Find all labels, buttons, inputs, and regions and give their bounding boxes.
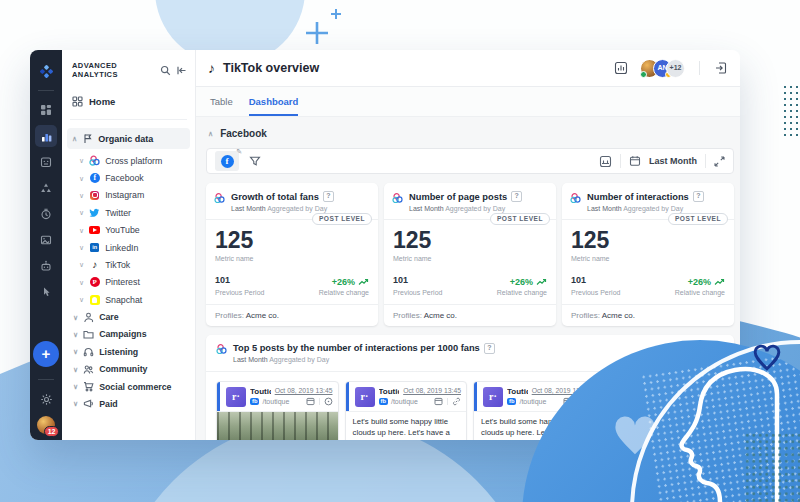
shopping-cart-icon: [83, 381, 94, 392]
previous-value: 101: [571, 275, 586, 285]
search-icon[interactable]: [160, 65, 171, 76]
sidebar-item-community[interactable]: ∨ Community: [62, 361, 195, 378]
metric-card-growth-of-total-fans[interactable]: Growth of total fans? Last Month Aggrega…: [206, 183, 378, 326]
sidebar-item-snapchat[interactable]: ∨ Snapchat: [62, 291, 195, 308]
metric-card-number-of-page-posts[interactable]: Number of page posts? Last Month Aggrega…: [384, 183, 556, 326]
section-facebook-header[interactable]: ∧ Facebook: [206, 125, 734, 148]
history-clock-icon[interactable]: [35, 203, 57, 225]
sidebar-item-tiktok[interactable]: ∨ ♪ TikTok: [62, 256, 195, 273]
collapse-sidebar-icon[interactable]: [176, 65, 187, 76]
cross-platform-icon: [89, 155, 100, 166]
previous-label: Previous Period: [393, 289, 442, 296]
user-avatar[interactable]: 12: [37, 416, 55, 434]
post-detail-icon[interactable]: [306, 397, 315, 406]
calendar-icon[interactable]: [629, 155, 641, 167]
post-image-forest[interactable]: [217, 412, 338, 440]
decor-dots-right-edge: [782, 84, 800, 140]
sidebar-item-home[interactable]: Home: [62, 88, 195, 115]
widget-title: Top 5 posts by the number of interaction…: [233, 343, 480, 353]
page-header: ♪ TikTok overview AN +12: [196, 50, 740, 87]
link-icon[interactable]: [452, 397, 461, 406]
hierarchy-icon[interactable]: [35, 177, 57, 199]
widget-aggregation: Aggregated by Day: [269, 356, 329, 363]
chevron-down-icon: ∨: [79, 244, 84, 251]
sidebar-item-care[interactable]: ∨ Care: [62, 308, 195, 325]
post-date-link[interactable]: Oct 08, 2019 13:45: [403, 387, 461, 394]
engage-hand-icon[interactable]: [35, 281, 57, 303]
chevron-down-icon: ∨: [79, 279, 84, 286]
sidebar-item-campaigns[interactable]: ∨ Campaigns: [62, 326, 195, 343]
planner-icon[interactable]: [35, 151, 57, 173]
analytics-icon[interactable]: [35, 125, 57, 147]
page-title: TikTok overview: [223, 61, 606, 75]
post-date-link[interactable]: Oct 08, 2019 13:45: [275, 387, 333, 394]
sidebar-item-facebook[interactable]: ∨ f Facebook: [62, 169, 195, 186]
help-icon[interactable]: ?: [323, 191, 334, 202]
compare-periods-icon[interactable]: [599, 155, 612, 168]
create-new-button[interactable]: +: [33, 341, 59, 367]
facebook-badge: fb: [379, 398, 388, 406]
avatar-overflow-count: +12: [666, 59, 685, 78]
care-icon: [83, 312, 94, 323]
help-icon[interactable]: ?: [511, 191, 522, 202]
media-library-icon[interactable]: [35, 229, 57, 251]
chevron-up-icon: ∧: [72, 135, 77, 142]
sidebar-item-pinterest[interactable]: ∨ P Pinterest: [62, 274, 195, 291]
filter-funnel-icon[interactable]: [249, 155, 261, 167]
metric-card-number-of-interactions[interactable]: Number of interactions? Last Month Aggre…: [562, 183, 734, 326]
expand-icon[interactable]: [714, 156, 725, 167]
cross-platform-icon: [392, 192, 403, 203]
post-level-badge: POST LEVEL: [668, 213, 728, 226]
community-people-icon: [83, 364, 94, 375]
sidebar-item-label: Social commerce: [99, 382, 171, 392]
help-icon[interactable]: ?: [693, 191, 704, 202]
sidebar-item-instagram[interactable]: ∨ Instagram: [62, 187, 195, 204]
sidebar-item-paid[interactable]: ∨ Paid: [62, 395, 195, 412]
sidebar-item-linkedin[interactable]: ∨ in LinkedIn: [62, 239, 195, 256]
sidebar-item-label: Facebook: [105, 173, 144, 183]
post-card[interactable]: r· Toutique fb/toutique Oct 08, 2019 13:…: [345, 381, 468, 440]
post-status-icon[interactable]: [324, 397, 333, 406]
facebook-profile-chip[interactable]: f ✎: [215, 151, 239, 171]
decor-heart-icon: [610, 413, 660, 458]
metric-aggregation: Aggregated by Day: [267, 205, 327, 212]
sidebar-item-organic-data[interactable]: ∧ Organic data: [67, 128, 190, 149]
shared-users-avatars[interactable]: AN +12: [640, 59, 685, 78]
settings-gear-icon[interactable]: [35, 388, 57, 410]
sidebar: ADVANCED ANALYTICS Home ∧: [62, 50, 196, 440]
metric-title: Number of page posts: [409, 192, 507, 202]
notification-badge: 12: [44, 426, 59, 437]
cross-platform-icon: [216, 344, 227, 355]
metric-aggregation: Aggregated by Day: [445, 205, 505, 212]
chevron-down-icon: ∨: [73, 383, 78, 390]
report-chart-icon[interactable]: [614, 61, 628, 75]
post-card[interactable]: r· Toutique fb/toutique Oct 08, 2019 13:…: [216, 381, 339, 440]
post-message: Let's build some happy little clouds up …: [346, 412, 467, 440]
post-level-badge: POST LEVEL: [490, 213, 550, 226]
metric-value-label: Metric name: [384, 252, 556, 269]
decor-plus-icon: [304, 20, 330, 46]
cross-platform-icon: [214, 192, 225, 203]
youtube-icon: [89, 225, 100, 236]
snapchat-icon: [89, 294, 100, 305]
tab-table[interactable]: Table: [210, 96, 233, 116]
sidebar-item-social-commerce[interactable]: ∨ Social commerce: [62, 378, 195, 395]
previous-value: 101: [215, 275, 230, 285]
help-icon[interactable]: ?: [484, 343, 495, 354]
dashboard-grid-icon[interactable]: [35, 99, 57, 121]
post-author: Toutique: [379, 387, 400, 396]
brand-logo-icon[interactable]: [35, 60, 57, 82]
automation-bot-icon[interactable]: [35, 255, 57, 277]
tab-dashboard[interactable]: Dashboard: [249, 96, 299, 116]
sidebar-item-twitter[interactable]: ∨ Twitter: [62, 204, 195, 221]
trend-up-icon: [536, 278, 547, 286]
export-icon[interactable]: [714, 61, 728, 75]
sidebar-item-cross-platform[interactable]: ∨ Cross platform: [62, 152, 195, 169]
sidebar-item-youtube[interactable]: ∨ YouTube: [62, 222, 195, 239]
post-detail-icon[interactable]: [434, 397, 443, 406]
linkedin-icon: in: [89, 242, 100, 253]
sidebar-item-listening[interactable]: ∨ Listening: [62, 343, 195, 360]
previous-label: Previous Period: [215, 289, 264, 296]
post-author: Toutique: [507, 387, 528, 396]
date-range-label[interactable]: Last Month: [649, 156, 697, 166]
